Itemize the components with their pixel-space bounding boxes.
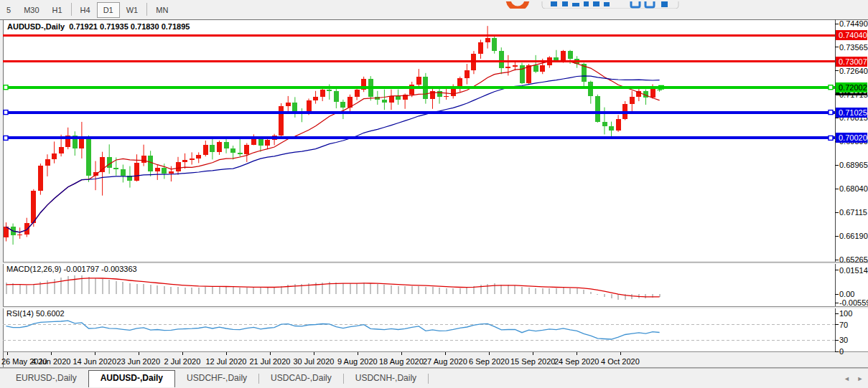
hline-handle[interactable] <box>829 110 833 115</box>
hline-handle[interactable] <box>4 110 8 115</box>
toolbar-separator <box>146 3 147 16</box>
date-axis-label: 30 Jul 2020 <box>294 357 335 366</box>
macd-axis-label: 0.015142 <box>839 266 868 275</box>
timeframe-button-h4[interactable]: H4 <box>74 2 97 18</box>
chart-tab-bar: EURUSD-,DailyAUDUSD-,DailyUSDCHF-,DailyU… <box>0 368 868 388</box>
date-axis-label: 12 Jul 2020 <box>206 357 247 366</box>
macd-indicator-header: MACD(12,26,9) -0.001797 -0.003363 <box>6 265 137 273</box>
timeframe-button-m30[interactable]: M30 <box>17 2 45 18</box>
price-axis-label: 0.67115 <box>839 208 867 217</box>
date-axis-label: 18 Aug 2020 <box>379 357 424 366</box>
macd-label: MACD(12,26,9) <box>6 265 61 273</box>
hline-handle[interactable] <box>4 136 8 140</box>
macd-axis-label: -0.005595 <box>839 298 868 307</box>
price-axis-label: 0.74490 <box>839 19 868 28</box>
tab-separator <box>428 374 429 384</box>
rsi-axis-label: 70 <box>839 321 848 329</box>
date-axis-label: 14 Jun 2020 <box>73 357 117 366</box>
tab-eurusd[interactable]: EURUSD-,Daily <box>4 371 88 385</box>
rsi-value: 50.6002 <box>36 309 65 318</box>
chart-symbol-header: AUDUSD-,Daily 0.71921 0.71935 0.71830 0.… <box>7 22 190 31</box>
price-axis-label: 0.66190 <box>839 232 868 240</box>
timeframe-button-w1[interactable]: W1 <box>120 2 145 18</box>
ohlc-values: 0.71921 0.71935 0.71830 0.71895 <box>69 22 190 31</box>
macd-values: -0.001797 -0.003363 <box>63 265 136 273</box>
rsi-axis-label: 0 <box>839 347 844 356</box>
date-axis-label: 9 Aug 2020 <box>337 357 378 366</box>
hline-price-badge: 0.73007 <box>836 57 867 67</box>
brand-logo-partial <box>498 0 681 9</box>
tab-audusd[interactable]: AUDUSD-,Daily <box>88 370 175 387</box>
date-axis-label: 4 Oct 2020 <box>601 357 640 366</box>
hline-price-badge: 0.72002 <box>836 82 867 93</box>
timeframe-button-5[interactable]: 5 <box>0 2 17 18</box>
date-axis-label: 6 Sep 2020 <box>469 357 509 366</box>
rsi-axis-label: 30 <box>839 336 848 344</box>
tab-usdchf[interactable]: USDCHF-,Daily <box>175 371 258 385</box>
chart-window[interactable]: AUDUSD-,Daily 0.71921 0.71935 0.71830 0.… <box>0 19 868 368</box>
timeframe-button-h1[interactable]: H1 <box>46 2 69 18</box>
macd-axis-label: 0.00 <box>839 290 854 298</box>
rsi-label: RSI(14) <box>6 309 34 318</box>
tab-usdcad[interactable]: USDCAD-,Daily <box>259 371 343 385</box>
date-axis-label: 2 Jul 2020 <box>164 357 201 366</box>
date-axis-label: 24 Sep 2020 <box>554 357 599 366</box>
date-axis-label: 23 Jun 2020 <box>117 357 161 366</box>
hline-handle[interactable] <box>829 85 833 90</box>
timeframe-toolbar: 5M30H1H4D1W1MN <box>0 0 868 19</box>
timeframe-button-mn[interactable]: MN <box>149 2 174 18</box>
date-axis-label: 15 Sep 2020 <box>510 357 555 366</box>
tab-usdcnh[interactable]: USDCNH-,Daily <box>344 371 428 385</box>
tab-scroll-left-icon[interactable]: ◄ <box>842 374 852 384</box>
price-axis-label: 0.68040 <box>839 184 868 193</box>
toolbar-separator <box>71 3 72 16</box>
brand-logo-icon <box>498 1 681 9</box>
chart-canvas <box>0 19 868 368</box>
hline-handle[interactable] <box>4 85 8 90</box>
date-axis-label: 27 Aug 2020 <box>423 357 467 366</box>
tab-scroll-right-icon[interactable]: ► <box>855 374 865 384</box>
date-axis-label: 21 Jul 2020 <box>250 357 291 366</box>
hline-handle[interactable] <box>829 136 833 140</box>
hline-mid-marker[interactable] <box>658 85 664 90</box>
price-axis-label: 0.72640 <box>839 67 868 75</box>
hline-price-badge: 0.70020 <box>836 133 867 143</box>
hline-price-badge: 0.71025 <box>836 108 867 118</box>
rsi-axis-label: 100 <box>839 309 852 318</box>
date-axis-label: 4 Jun 2020 <box>32 357 70 366</box>
price-axis-label: 0.73565 <box>839 43 868 52</box>
timeframe-button-d1[interactable]: D1 <box>97 2 120 18</box>
price-axis-label: 0.68965 <box>839 161 868 169</box>
mt4-window: { "toolbar": { "timeframes": ["5","M30",… <box>0 0 868 388</box>
hline-price-badge: 0.74040 <box>836 30 867 40</box>
symbol-period-label: AUDUSD-,Daily <box>7 22 65 31</box>
price-axis-label: 0.65265 <box>839 255 868 264</box>
rsi-indicator-header: RSI(14) 50.6002 <box>6 309 65 318</box>
